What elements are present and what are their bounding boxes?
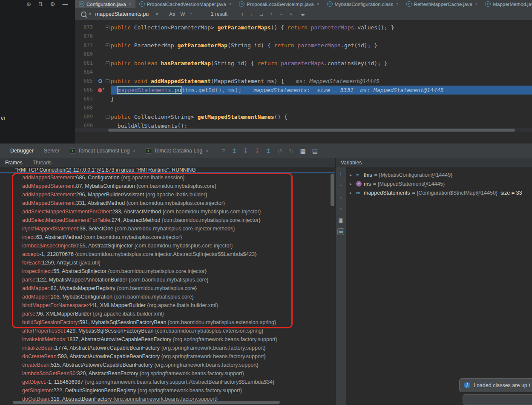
editor-horizontal-scrollbar[interactable] — [75, 128, 532, 132]
close-icon[interactable]: × — [229, 2, 232, 6]
line-number[interactable]: 673 — [75, 23, 96, 32]
stack-frame[interactable]: addMappedStatement:87, MybatisConfigurat… — [0, 182, 335, 190]
line-number[interactable]: 688 — [75, 103, 96, 112]
stack-frame[interactable]: addMapper:103, MybatisConfiguration {com… — [0, 293, 335, 301]
code-text[interactable] — [111, 103, 532, 112]
code-text[interactable] — [111, 32, 532, 41]
frames-horizontal-scrollbar[interactable] — [13, 401, 280, 404]
line-number[interactable]: 677 — [75, 41, 96, 50]
editor-tab-configuration-java[interactable]: CConfiguration.java× — [75, 0, 135, 8]
thread-selector[interactable]: "RMI TCP Connection(2)-127.0.0.1"@1,873 … — [0, 167, 335, 173]
stack-frame[interactable]: inspectInject:55, AbstractSqlInjector {c… — [0, 267, 335, 276]
tab-frames[interactable]: Frames — [5, 160, 23, 166]
minimize-icon[interactable]: — — [62, 1, 68, 7]
words-toggle[interactable]: W — [180, 11, 185, 17]
notification-toast-secondary[interactable] — [463, 394, 532, 405]
browser-icon[interactable]: ⊕ — [26, 1, 31, 7]
stack-frame[interactable]: addSelectMappedStatementForOther:283, Ab… — [0, 207, 335, 216]
add-watch-icon[interactable]: + — [337, 171, 344, 178]
debug-tab-server[interactable]: Server — [39, 144, 65, 158]
regex-toggle[interactable]: * — [190, 11, 192, 17]
clear-search-icon[interactable]: × — [155, 11, 158, 17]
code-text[interactable] — [111, 68, 532, 77]
stack-frame[interactable]: bindMapperForNamespace:441, XMLMapperBui… — [0, 301, 335, 310]
fold-icon[interactable]: − — [106, 115, 109, 119]
line-number[interactable]: 684 — [75, 68, 96, 77]
notification-toast[interactable]: i Loaded classes are up t — [459, 378, 532, 392]
line-number[interactable]: 681 — [75, 59, 96, 68]
code-editor[interactable]: 673−public Collection<ParameterMap> getP… — [75, 20, 532, 144]
code-text[interactable]: public Collection<ParameterMap> getParam… — [111, 23, 532, 32]
grid-view-icon[interactable]: ▦ — [300, 147, 306, 154]
layout-menu-icon[interactable]: ≡ — [222, 147, 225, 154]
watchpoint-icon[interactable] — [98, 79, 102, 83]
editor-tab-mappermethod-java[interactable]: CMapperMethod.java× — [481, 0, 532, 8]
fold-icon[interactable]: − — [106, 61, 109, 65]
remove-occurrence-icon[interactable]: − — [279, 11, 282, 17]
stack-frame[interactable]: addMapper:82, MybatisMapperRegistry {com… — [0, 284, 335, 293]
stack-frame[interactable]: lambda$doGetBean$0:320, AbstractBeanFact… — [0, 369, 335, 378]
editor-tab-proposalcachedversionmapper-java[interactable]: CProposalCachedVersionMapper.java× — [135, 0, 236, 8]
list-view-icon[interactable]: ▤ — [312, 147, 318, 154]
show-watches-icon[interactable]: oo — [337, 228, 344, 235]
add-occurrence-icon[interactable]: + — [270, 11, 273, 17]
stack-frame[interactable]: addMappedStatement:686, Configuration {o… — [0, 173, 335, 182]
chevron-right-icon[interactable]: ▸ — [350, 190, 356, 195]
line-number[interactable]: 685 — [75, 77, 96, 86]
stack-frame[interactable]: invokeInitMethods:1837, AbstractAutowire… — [0, 335, 335, 344]
editor-tab-refreshmappercache-java[interactable]: CRefreshMapperCache.java× — [403, 0, 482, 8]
code-text[interactable] — [111, 50, 532, 59]
compare-icon[interactable]: ⇅ — [38, 1, 43, 7]
debug-tab-tomcat-catalina-log[interactable]: >Tomcat Catalina Log× — [141, 144, 213, 158]
stack-frame[interactable]: accept:-1, 212870676 {com.baomidou.mybat… — [0, 250, 335, 259]
code-text[interactable]: public void addMappedStatement(MappedSta… — [111, 77, 532, 86]
frames-vertical-scrollbar[interactable] — [331, 174, 334, 206]
tab-threads[interactable]: Threads — [33, 160, 52, 166]
multiline-toggle-icon[interactable]: ≡ — [289, 11, 292, 17]
close-icon[interactable]: × — [206, 149, 208, 153]
debug-tab-debugger[interactable]: Debugger — [5, 144, 39, 158]
stack-frame[interactable]: getSingleton:222, DefaultSingletonBeanRe… — [0, 386, 335, 395]
stack-frame[interactable]: parse:122, MybatisMapperAnnotationBuilde… — [0, 276, 335, 284]
next-occurrence-icon[interactable]: ↓ — [250, 11, 253, 17]
scrollbar-thumb[interactable] — [108, 129, 515, 132]
editor-tab-proposallocalserviceimpl-java[interactable]: CProposalLocalServiceImpl.java× — [235, 0, 323, 8]
chevron-right-icon[interactable]: ▸ — [350, 181, 356, 186]
stack-frame[interactable]: getObject:-1, 1184636987 {org.springfram… — [0, 378, 335, 386]
close-icon[interactable]: × — [475, 2, 478, 6]
code-text[interactable]: public boolean hasParameterMap(String id… — [111, 59, 532, 68]
code-text[interactable]: public Collection<String> getMappedState… — [111, 112, 532, 121]
stack-frame[interactable]: addMappedStatement:331, AbstractMethod {… — [0, 199, 335, 207]
close-icon[interactable]: × — [317, 2, 319, 6]
chevron-right-icon[interactable]: ▸ — [350, 172, 356, 177]
editor-tab-mybatisconfiguration-class[interactable]: CMybatisConfiguration.class× — [323, 0, 403, 8]
stack-frame[interactable]: parse:96, XMLMapperBuilder {org.apache.i… — [0, 310, 335, 318]
stack-frame[interactable]: forEach:1259, ArrayList {java.util} — [0, 259, 335, 267]
close-icon[interactable]: × — [133, 149, 135, 153]
code-text[interactable]: public ParameterMap getParameterMap(Stri… — [111, 41, 532, 50]
search-filter-icon[interactable] — [301, 11, 306, 17]
close-icon[interactable]: × — [129, 2, 132, 6]
line-number[interactable]: 687 — [75, 95, 96, 103]
open-in-find-window-icon[interactable]: □ — [260, 11, 263, 17]
stack-frame[interactable]: afterPropertiesSet:429, MybatisSqlSessio… — [0, 327, 335, 335]
debug-tab-tomcat-localhost-log[interactable]: >Tomcat Localhost Log× — [65, 144, 141, 158]
close-icon[interactable]: × — [396, 2, 399, 6]
fold-icon[interactable]: − — [106, 79, 109, 83]
stack-frame[interactable]: doCreateBean:593, AbstractAutowireCapabl… — [0, 352, 335, 361]
scroll-to-top-icon[interactable]: ↥ — [232, 147, 237, 154]
match-case-toggle[interactable]: Aa — [169, 11, 175, 17]
line-number[interactable]: 680 — [75, 50, 96, 59]
move-up-icon[interactable]: ▲ — [337, 194, 344, 201]
prev-occurrence-icon[interactable]: ↑ — [241, 11, 244, 17]
variable-row[interactable]: ▸oomappedStatements= {Configuration$Stri… — [346, 188, 532, 197]
stack-frame[interactable]: lambda$inspectInject$0:55, AbstractSqlIn… — [0, 241, 335, 250]
remove-watch-icon[interactable]: − — [337, 182, 344, 189]
stack-frame[interactable]: addSelectMappedStatementForTable:274, Ab… — [0, 216, 335, 224]
search-history-caret-icon[interactable]: ▾ — [89, 12, 91, 16]
fold-icon[interactable]: − — [106, 26, 109, 29]
variable-row[interactable]: ▸Pms= {MappedStatement@14445} — [346, 179, 532, 188]
move-down-icon[interactable]: ▼ — [337, 205, 344, 212]
download-log-icon[interactable]: ↧ — [255, 147, 260, 154]
line-number[interactable]: 689 — [75, 112, 96, 121]
